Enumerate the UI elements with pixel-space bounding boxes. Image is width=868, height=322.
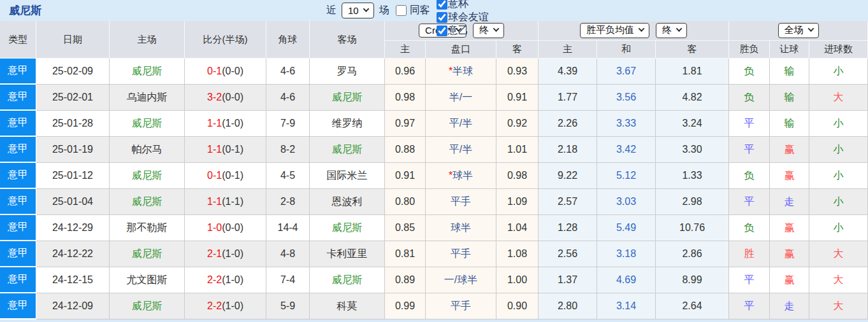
league-checkbox-意乙[interactable] [437,25,447,36]
league-checkbox-意杯[interactable] [437,0,447,10]
avg-group-header: 胜平负均值 终 [539,21,729,41]
team-name: 帕尔马 [132,144,163,155]
subcol-result: 胜负 [729,41,770,59]
avg-away: 8.99 [656,267,729,293]
away-team: 罗马 [310,59,385,85]
corners-cell: 4-6 [266,85,310,111]
goals-result-cell: 大 [809,293,868,319]
team-name: 维罗纳 [332,118,363,129]
match-row: 意甲25-01-28威尼斯1-1(1-0)7-9维罗纳0.97平/半0.922.… [0,111,868,137]
recent-count-select[interactable]: 10 [342,3,374,18]
scope-select[interactable]: 全场 [778,23,819,38]
score-cell: 2-2(1-0) [185,267,266,293]
corners-cell: 4-6 [266,59,310,85]
result-cell: 负 [729,59,770,85]
league-badge: 意甲 [0,111,36,137]
goals-result-cell: 大 [809,85,868,111]
team-name: 卡利亚里 [327,248,368,259]
handicap-cell: *球半 [426,163,496,189]
match-row: 意甲25-01-12威尼斯0-1(0-1)4-5国际米兰0.91*球半0.989… [0,163,868,189]
halftime-score: (0-0) [222,66,243,76]
away-odds: 0.93 [496,59,539,85]
avg-time-select[interactable]: 终 [656,23,687,38]
avg-type-select[interactable]: 胜平负均值 [580,23,649,38]
corners-cell: 5-9 [266,293,310,319]
avg-draw: 5.12 [597,163,656,189]
avg-home: 2.26 [539,111,597,137]
team-name: 那不勒斯 [127,222,168,233]
halftime-score: (1-0) [222,118,243,129]
team-name: 国际米兰 [327,170,368,181]
league-filter: 球会友谊 [433,11,489,24]
col-home: 主场 [110,21,185,59]
away-team: 卡利亚里 [310,241,385,267]
subcol-avg-home: 主 [539,41,597,59]
subcol-odds-away: 客 [496,41,539,59]
handicap-star: * [449,66,452,76]
same-venue-checkbox[interactable] [396,5,407,16]
score-cell: 0-1(0-1) [185,163,266,189]
scope-group-header: 全场 [729,21,868,41]
match-row: 意甲24-12-29那不勒斯1-0(0-0)14-4威尼斯0.85球半1.041… [0,215,868,241]
league-checkbox-group: 意甲意杯球会友谊意乙 [433,0,489,38]
match-row: 意甲24-12-15尤文图斯2-2(1-0)7-4威尼斯0.89一/球半1.00… [0,267,868,293]
league-badge: 意甲 [0,241,36,267]
league-badge: 意甲 [0,215,36,241]
handicap-cell: 球半 [426,215,496,241]
league-badge: 意甲 [0,267,36,293]
avg-home: 9.22 [539,163,597,189]
team-name: 威尼斯 [132,196,163,207]
corners-cell: 8-2 [266,137,310,163]
away-odds: 1.01 [496,137,539,163]
home-team: 帕尔马 [110,137,185,163]
avg-draw: 3.56 [597,85,656,111]
corners-cell: 4-5 [266,163,310,189]
league-badge: 意甲 [0,59,36,85]
score-cell: 0-1(0-0) [185,59,266,85]
away-team: 科莫 [310,293,385,319]
team-name: 威尼斯 [132,66,163,76]
top-filter-bar: 威尼斯 近 10 场 同客 意甲意杯球会友谊意乙 [0,0,868,21]
avg-draw: 3.03 [597,189,656,215]
result-cell: 平 [729,293,770,319]
away-odds: 0.90 [496,293,539,319]
subcol-handicap: 盘口 [426,41,496,59]
home-team: 那不勒斯 [110,215,185,241]
handicap-result-cell: 赢 [770,163,809,189]
match-date: 25-01-12 [36,163,110,189]
avg-draw: 3.33 [597,111,656,137]
handicap-result-cell: 输 [770,111,809,137]
league-badge: 意甲 [0,293,36,319]
recent-count-value: 10 [348,5,359,16]
avg-away: 3.30 [656,137,729,163]
avg-time-value: 终 [662,24,672,36]
goals-result-cell: 小 [809,215,868,241]
team-name: 恩波利 [332,196,363,207]
halftime-score: (1-1) [222,196,243,207]
same-venue-label[interactable]: 同客 [410,4,430,17]
away-team: 威尼斯 [310,137,385,163]
league-label[interactable]: 意杯 [448,0,468,11]
away-team: 威尼斯 [310,85,385,111]
fulltime-score: 0-1 [207,66,222,76]
home-team: 威尼斯 [110,163,185,189]
home-odds: 0.81 [385,241,426,267]
team-name: 威尼斯 [332,274,363,285]
home-team: 尤文图斯 [110,267,185,293]
corners-cell: 14-4 [266,215,310,241]
fulltime-score: 3-2 [207,92,222,102]
home-odds: 0.85 [385,215,426,241]
league-label[interactable]: 球会友谊 [448,11,489,24]
result-cell: 平 [729,267,770,293]
match-date: 24-12-15 [36,267,110,293]
fulltime-score: 1-1 [207,144,222,155]
away-odds: 1.08 [496,241,539,267]
league-badge: 意甲 [0,163,36,189]
league-checkbox-球会友谊[interactable] [437,12,447,23]
away-team: 国际米兰 [310,163,385,189]
handicap-result-cell: 输 [770,85,809,111]
home-odds: 0.96 [385,59,426,85]
col-type: 类型 [0,21,36,59]
match-row: 意甲25-01-04威尼斯1-1(1-1)2-8恩波利0.80平手1.092.5… [0,189,868,215]
corners-cell: 2-8 [266,189,310,215]
